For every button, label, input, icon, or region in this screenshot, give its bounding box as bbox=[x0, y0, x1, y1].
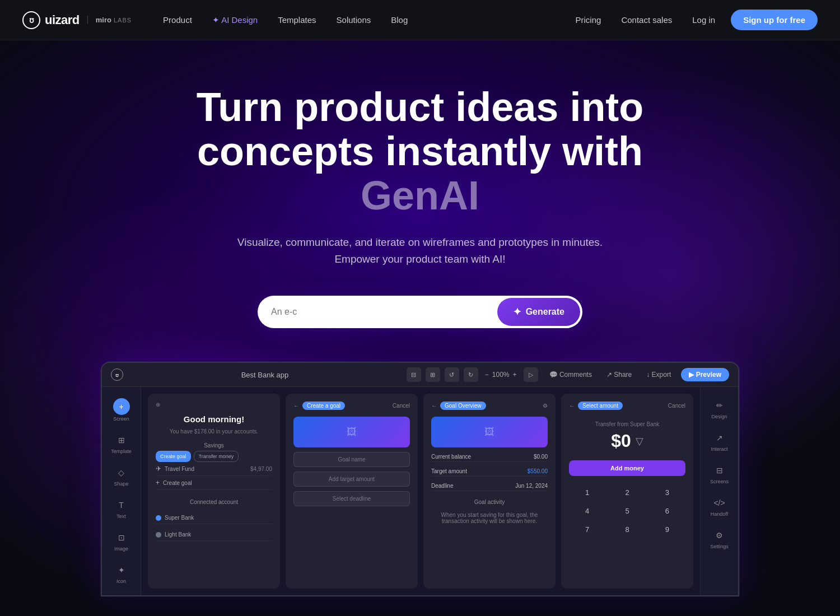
screen3-header: ← Goal Overview ⚙ bbox=[431, 402, 548, 410]
export-btn[interactable]: ↓ Export bbox=[642, 368, 675, 381]
sidebar-text-btn[interactable]: T Text bbox=[102, 493, 141, 524]
navbar: ʊ uizard miro LABS Product ✦ AI Design T… bbox=[0, 0, 840, 40]
screen2-cancel[interactable]: Cancel bbox=[393, 403, 410, 409]
numpad-7[interactable]: 7 bbox=[569, 522, 605, 537]
screens-panel-btn[interactable]: ⊟ Screens bbox=[701, 459, 738, 489]
screen3-back[interactable]: ← bbox=[431, 403, 437, 409]
hero-section: Turn product ideas into concepts instant… bbox=[0, 40, 840, 616]
generate-button[interactable]: ✦ Generate bbox=[497, 298, 580, 326]
screen-create-goal: ← Create a goal Cancel 🖼 Goal name Add t… bbox=[286, 394, 418, 589]
interact-panel-btn[interactable]: ↗ Interact bbox=[701, 426, 738, 456]
zoom-plus[interactable]: + bbox=[513, 371, 517, 379]
sidebar-icon-btn[interactable]: ✦ Icon bbox=[102, 558, 141, 589]
screen3-settings[interactable]: ⚙ bbox=[543, 403, 548, 409]
create-goal-btn[interactable]: Create goal bbox=[156, 451, 191, 462]
sidebar-template-btn[interactable]: ⊞ Template bbox=[102, 428, 141, 459]
numpad-3[interactable]: 3 bbox=[649, 485, 685, 500]
screen-goal-overview: ← Goal Overview ⚙ 🖼 Current balance $0.0… bbox=[423, 394, 556, 589]
nav-templates[interactable]: Templates bbox=[269, 11, 325, 29]
share-btn[interactable]: ↗ Share bbox=[602, 368, 636, 381]
screen2-back[interactable]: ← bbox=[293, 403, 299, 409]
app-sidebar-right: ✏ Design ↗ Interact ⊟ Screens </> Handof… bbox=[700, 387, 738, 595]
settings-icon: ⚙ bbox=[712, 528, 727, 543]
app-topbar-right: 💬 Comments ↗ Share ↓ Export ▶ Preview bbox=[545, 368, 729, 381]
labs-text: LABS bbox=[114, 17, 132, 24]
numpad-9[interactable]: 9 bbox=[649, 522, 685, 537]
screen4-title: Select amount bbox=[578, 402, 623, 410]
add-money-btn[interactable]: Add money bbox=[569, 460, 685, 476]
settings-panel-btn[interactable]: ⚙ Settings bbox=[701, 524, 738, 554]
layers-tool-icon[interactable]: ⊞ bbox=[426, 367, 440, 382]
nav-blog[interactable]: Blog bbox=[382, 11, 417, 29]
nav-solutions[interactable]: Solutions bbox=[328, 11, 380, 29]
generate-sparkle-icon: ✦ bbox=[513, 306, 521, 318]
zoom-minus[interactable]: − bbox=[485, 371, 489, 379]
numpad-4[interactable]: 4 bbox=[569, 503, 605, 519]
travel-icon: ✈ bbox=[156, 465, 161, 473]
app-logo-sm: ʊ bbox=[111, 368, 123, 381]
target-amount-field[interactable]: Add target amount bbox=[293, 472, 410, 487]
numpad-5[interactable]: 5 bbox=[609, 503, 645, 519]
list-item-create[interactable]: + Create goal bbox=[156, 476, 272, 490]
undo-icon[interactable]: ↺ bbox=[445, 367, 459, 382]
sidebar-shape-btn[interactable]: ◇ Shape bbox=[102, 461, 141, 491]
numpad-6[interactable]: 6 bbox=[649, 503, 685, 519]
add-screen-icon: + bbox=[113, 398, 130, 415]
design-icon: ✏ bbox=[712, 398, 727, 413]
handoff-panel-btn[interactable]: </> Handoff bbox=[701, 491, 738, 521]
screen2-title: Create a goal bbox=[302, 402, 345, 410]
app-topbar: ʊ Best Bank app ⊟ ⊞ ↺ ↻ − 100% + ▷ 💬 Com… bbox=[102, 363, 738, 387]
shape-icon: ◇ bbox=[114, 465, 129, 480]
app-canvas: ⊕ Good morning! You have $178.00 in your… bbox=[141, 387, 700, 595]
goal-deadline-row: Deadline Jun 12, 2024 bbox=[431, 481, 548, 491]
laptop-frame: ʊ Best Bank app ⊟ ⊞ ↺ ↻ − 100% + ▷ 💬 Com… bbox=[101, 362, 739, 596]
nav-pricing[interactable]: Pricing bbox=[567, 11, 610, 29]
screen1-back: ⊕ bbox=[156, 402, 160, 408]
transfer-money-btn[interactable]: Transfer money bbox=[194, 451, 239, 462]
list-item-travel: ✈ Travel Fund $4,97.00 bbox=[156, 462, 272, 476]
zoom-control[interactable]: − 100% + bbox=[485, 371, 517, 379]
screen3-title: Goal Overview bbox=[440, 402, 486, 410]
redo-icon[interactable]: ↻ bbox=[464, 367, 478, 382]
goal-image-placeholder: 🖼 bbox=[293, 417, 410, 447]
hero-input-row: ✦ Generate bbox=[258, 296, 582, 328]
logo-area: ʊ uizard miro LABS bbox=[22, 11, 132, 29]
deadline-field[interactable]: Select deadline bbox=[293, 491, 410, 506]
screen4-cancel[interactable]: Cancel bbox=[668, 403, 685, 409]
screens-icon: ⊟ bbox=[712, 463, 727, 478]
prompt-input[interactable] bbox=[258, 297, 495, 327]
screen4-back[interactable]: ← bbox=[569, 403, 575, 409]
numpad-1[interactable]: 1 bbox=[569, 485, 605, 500]
template-icon: ⊞ bbox=[114, 433, 129, 447]
play-icon[interactable]: ▷ bbox=[524, 367, 538, 382]
bank1-row: Super Bank bbox=[156, 512, 272, 524]
app-sidebar-left: + Screen ⊞ Template ◇ Shape T Text bbox=[102, 387, 141, 595]
numpad: 1 2 3 4 5 6 7 8 9 bbox=[569, 485, 685, 537]
goal-name-field[interactable]: Goal name bbox=[293, 452, 410, 467]
signup-button[interactable]: Sign up for free bbox=[731, 10, 818, 30]
screen4-header: ← Select amount Cancel bbox=[569, 402, 685, 410]
numpad-8[interactable]: 8 bbox=[609, 522, 645, 537]
design-panel-btn[interactable]: ✏ Design bbox=[701, 394, 738, 424]
nav-contact-sales[interactable]: Contact sales bbox=[612, 11, 681, 29]
screen2-header: ← Create a goal Cancel bbox=[293, 402, 410, 410]
comments-btn[interactable]: 💬 Comments bbox=[545, 368, 596, 381]
savings-section: Savings Create goal Transfer money ✈ Tra… bbox=[156, 442, 272, 490]
balance-display: Transfer from Super Bank $0 ▽ bbox=[569, 421, 685, 451]
screen-tool-icon[interactable]: ⊟ bbox=[407, 367, 421, 382]
nav-login[interactable]: Log in bbox=[683, 11, 724, 29]
preview-btn[interactable]: ▶ Preview bbox=[681, 368, 729, 381]
screen-dashboard: ⊕ Good morning! You have $178.00 in your… bbox=[148, 394, 280, 589]
interact-icon: ↗ bbox=[712, 431, 727, 445]
sidebar-screen-btn[interactable]: + Screen bbox=[102, 394, 141, 426]
uizard-wordmark: uizard bbox=[45, 13, 80, 27]
numpad-2[interactable]: 2 bbox=[609, 485, 645, 500]
greeting-sub: You have $178.00 in your accounts. bbox=[156, 428, 272, 435]
text-icon: T bbox=[114, 498, 129, 512]
uizard-logo[interactable]: ʊ uizard bbox=[22, 11, 80, 29]
nav-ai-design[interactable]: ✦ AI Design bbox=[203, 11, 267, 30]
hero-title: Turn product ideas into concepts instant… bbox=[168, 85, 672, 218]
zoom-value: 100% bbox=[492, 371, 510, 379]
nav-product[interactable]: Product bbox=[154, 11, 201, 29]
sidebar-image-btn[interactable]: ⊡ Image bbox=[102, 526, 141, 556]
